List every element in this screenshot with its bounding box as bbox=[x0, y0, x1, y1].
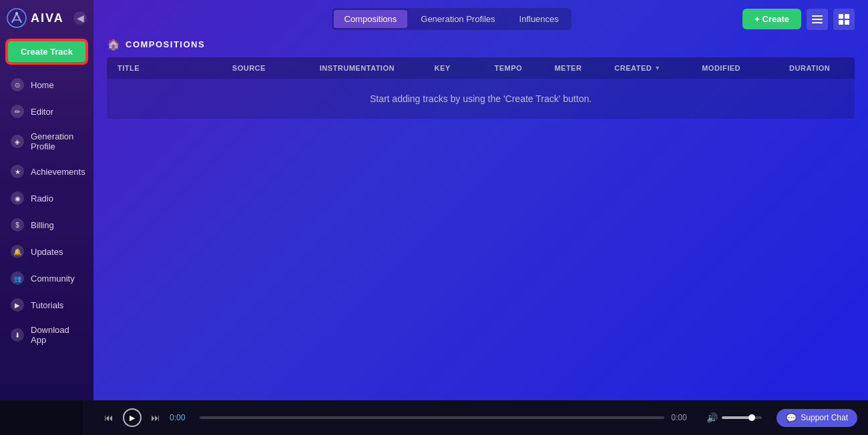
page-title: COMPOSITIONS bbox=[126, 39, 205, 49]
col-modified: MODIFIED bbox=[702, 64, 784, 72]
svg-point-0 bbox=[7, 9, 26, 27]
list-view-icon bbox=[812, 14, 823, 25]
col-title: TITLE bbox=[118, 64, 227, 72]
page-header-icon: 🏠 bbox=[107, 38, 120, 51]
sidebar-item-tutorials[interactable]: ▶ Tutorials bbox=[3, 292, 91, 318]
top-bar: Compositions Generation Profiles Influen… bbox=[93, 0, 868, 38]
sidebar-item-updates[interactable]: 🔔 Updates bbox=[3, 239, 91, 264]
updates-icon: 🔔 bbox=[11, 245, 24, 258]
list-view-button[interactable] bbox=[807, 9, 828, 30]
sidebar-item-radio[interactable]: ◉ Radio bbox=[3, 185, 91, 211]
volume-icon: 🔊 bbox=[706, 412, 718, 423]
logo-text: AIVA bbox=[31, 11, 64, 25]
sidebar-item-radio-label: Radio bbox=[31, 193, 53, 203]
chat-icon: 💬 bbox=[786, 413, 797, 423]
sidebar: AIVA ◀ Create Track ⊙ Home ✏ Editor ◈ Ge… bbox=[0, 0, 93, 400]
sidebar-item-billing[interactable]: $ Billing bbox=[3, 212, 91, 238]
sidebar-item-billing-label: Billing bbox=[31, 220, 54, 230]
sidebar-item-community-label: Community bbox=[31, 274, 75, 284]
sidebar-nav: ⊙ Home ✏ Editor ◈ Generation Profile ★ A… bbox=[0, 71, 93, 400]
sidebar-item-home-label: Home bbox=[31, 80, 54, 90]
volume-slider[interactable] bbox=[722, 416, 762, 419]
sidebar-item-editor-label: Editor bbox=[31, 107, 53, 117]
svg-point-1 bbox=[15, 12, 18, 15]
skip-back-button[interactable]: ⏮ bbox=[101, 410, 116, 426]
empty-message: Start adding tracks by using the 'Create… bbox=[370, 93, 592, 104]
tab-generation-profiles[interactable]: Generation Profiles bbox=[410, 10, 505, 28]
logo-icon bbox=[7, 8, 27, 28]
top-nav-tabs: Compositions Generation Profiles Influen… bbox=[332, 8, 572, 30]
generation-profile-icon: ◈ bbox=[11, 135, 24, 148]
sidebar-item-generation-profile[interactable]: ◈ Generation Profile bbox=[3, 125, 91, 157]
sidebar-header: AIVA ◀ bbox=[0, 0, 93, 36]
svg-rect-8 bbox=[845, 20, 849, 25]
col-tempo: TEMPO bbox=[494, 64, 549, 72]
svg-rect-5 bbox=[839, 14, 843, 19]
table-body: Start adding tracks by using the 'Create… bbox=[107, 79, 855, 119]
col-key: KEY bbox=[435, 64, 489, 72]
top-right-actions: + Create bbox=[742, 9, 855, 30]
main-content: Compositions Generation Profiles Influen… bbox=[93, 0, 868, 400]
svg-rect-6 bbox=[845, 14, 849, 19]
volume-thumb bbox=[748, 414, 755, 421]
sidebar-item-generation-profile-label: Generation Profile bbox=[31, 131, 83, 151]
svg-rect-7 bbox=[839, 20, 843, 25]
volume-section: 🔊 bbox=[706, 412, 762, 423]
skip-forward-button[interactable]: ⏭ bbox=[148, 410, 163, 426]
svg-rect-3 bbox=[812, 19, 823, 20]
sidebar-item-download-app[interactable]: ⬇ Download App bbox=[3, 319, 91, 351]
sidebar-item-achievements[interactable]: ★ Achievements bbox=[3, 159, 91, 184]
grid-view-icon bbox=[839, 14, 849, 25]
col-instrumentation: INSTRUMENTATION bbox=[320, 64, 429, 72]
billing-icon: $ bbox=[11, 218, 24, 232]
svg-rect-4 bbox=[812, 22, 823, 23]
col-meter: METER bbox=[554, 64, 609, 72]
progress-bar[interactable] bbox=[200, 416, 664, 419]
table-container: TITLE SOURCE INSTRUMENTATION KEY TEMPO M… bbox=[107, 57, 855, 400]
sidebar-item-updates-label: Updates bbox=[31, 247, 63, 257]
tab-influences[interactable]: Influences bbox=[509, 10, 570, 28]
logo-area: AIVA bbox=[7, 8, 64, 28]
sidebar-item-download-app-label: Download App bbox=[31, 325, 83, 345]
end-time: 0:00 bbox=[671, 413, 694, 422]
sidebar-item-community[interactable]: 👥 Community bbox=[3, 266, 91, 291]
sidebar-item-home[interactable]: ⊙ Home bbox=[3, 72, 91, 97]
community-icon: 👥 bbox=[11, 272, 24, 285]
player-left-section bbox=[0, 400, 83, 435]
editor-icon: ✏ bbox=[11, 105, 24, 118]
create-button[interactable]: + Create bbox=[742, 9, 801, 29]
tutorials-icon: ▶ bbox=[11, 298, 24, 312]
achievements-icon: ★ bbox=[11, 165, 24, 178]
svg-rect-2 bbox=[812, 15, 823, 17]
sidebar-item-achievements-label: Achievements bbox=[31, 167, 85, 177]
bottom-player: ⏮ ▶ ⏭ 0:00 0:00 🔊 💬 Support Chat bbox=[0, 400, 868, 435]
player-main: ⏮ ▶ ⏭ 0:00 0:00 🔊 💬 Support Chat bbox=[91, 408, 868, 427]
grid-view-button[interactable] bbox=[833, 9, 855, 30]
sidebar-item-editor[interactable]: ✏ Editor bbox=[3, 99, 91, 124]
play-button[interactable]: ▶ bbox=[123, 408, 142, 427]
page-header: 🏠 COMPOSITIONS bbox=[93, 38, 868, 57]
home-icon: ⊙ bbox=[11, 78, 24, 91]
tab-compositions[interactable]: Compositions bbox=[334, 10, 408, 28]
support-chat-button[interactable]: 💬 Support Chat bbox=[777, 409, 857, 427]
col-duration: DURATION bbox=[789, 64, 844, 72]
create-track-button[interactable]: Create Track bbox=[7, 40, 87, 63]
collapse-sidebar-button[interactable]: ◀ bbox=[73, 11, 87, 25]
current-time: 0:00 bbox=[170, 413, 193, 422]
col-created[interactable]: CREATED ▼ bbox=[614, 64, 696, 72]
sidebar-item-tutorials-label: Tutorials bbox=[31, 300, 63, 310]
sort-arrow-icon: ▼ bbox=[654, 65, 660, 71]
download-app-icon: ⬇ bbox=[11, 328, 24, 342]
radio-icon: ◉ bbox=[11, 191, 24, 205]
col-source: SOURCE bbox=[232, 64, 314, 72]
table-header: TITLE SOURCE INSTRUMENTATION KEY TEMPO M… bbox=[107, 57, 855, 79]
